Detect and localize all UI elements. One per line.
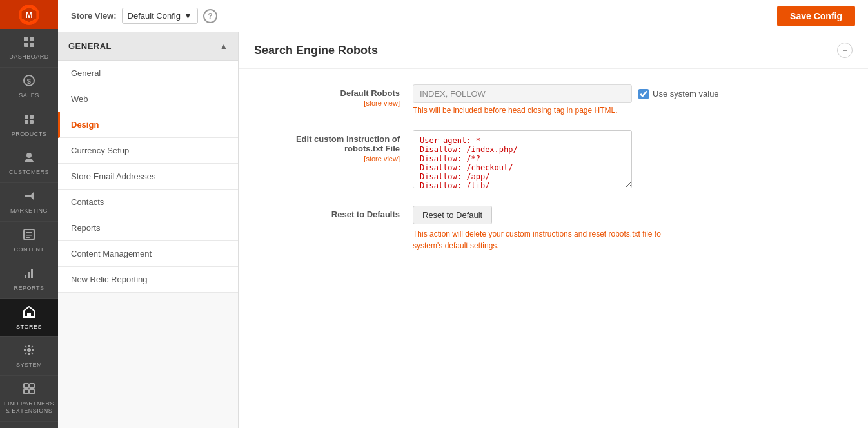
nav-item-reports[interactable]: Reports	[58, 215, 238, 241]
sidebar-item-sales[interactable]: $ SALES	[0, 68, 58, 106]
reset-defaults-row: Reset to Defaults Reset to Default This …	[258, 206, 849, 251]
svg-rect-2	[24, 37, 28, 41]
nav-item-contacts[interactable]: Contacts	[58, 190, 238, 215]
sidebar-find-label: FIND PARTNERS & EXTENSIONS	[3, 400, 55, 414]
svg-rect-23	[30, 384, 34, 388]
custom-instructions-control-col: User-agent: * Disallow: /index.php/ Disa…	[413, 130, 849, 190]
svg-rect-14	[26, 232, 32, 233]
store-view-dropdown-arrow: ▼	[184, 11, 192, 21]
svg-rect-16	[26, 237, 30, 238]
sidebar-products-label: PRODUCTS	[12, 131, 47, 138]
sidebar-item-find[interactable]: FIND PARTNERS & EXTENSIONS	[0, 376, 58, 422]
marketing-icon	[23, 190, 35, 206]
reset-label-col: Reset to Defaults	[258, 206, 413, 219]
sidebar-logo: M	[0, 0, 58, 29]
custom-instructions-textarea[interactable]: User-agent: * Disallow: /index.php/ Disa…	[413, 130, 632, 188]
reset-to-default-button[interactable]: Reset to Default	[413, 206, 492, 224]
save-config-button[interactable]: Save Config	[777, 6, 855, 26]
default-robots-control-col: INDEX, FOLLOWNOINDEX, NOFOLLOWNOINDEX, F…	[413, 84, 849, 115]
sidebar-item-marketing[interactable]: MARKETING	[0, 183, 58, 222]
default-robots-sublabel: [store view]	[258, 99, 400, 107]
svg-rect-5	[30, 43, 34, 47]
custom-instructions-row: Edit custom instruction of robots.txt Fi…	[258, 130, 849, 190]
section-title: Search Engine Robots	[254, 44, 378, 57]
default-robots-select-wrapper: INDEX, FOLLOWNOINDEX, NOFOLLOWNOINDEX, F…	[413, 84, 849, 103]
custom-instructions-label: Edit custom instruction of robots.txt Fi…	[296, 134, 400, 153]
nav-item-currency-setup[interactable]: Currency Setup	[58, 138, 238, 164]
system-value-label: Use system value	[653, 89, 719, 99]
sidebar-item-dashboard[interactable]: DASHBOARD	[0, 29, 58, 68]
custom-instructions-label-col: Edit custom instruction of robots.txt Fi…	[258, 130, 413, 162]
svg-rect-3	[30, 37, 34, 41]
form-area: Default Robots [store view] INDEX, FOLLO…	[239, 69, 868, 282]
products-icon	[23, 113, 35, 129]
sidebar-dashboard-label: DASHBOARD	[9, 54, 49, 61]
reset-hint: This action will delete your custom inst…	[413, 228, 671, 251]
nav-item-store-email[interactable]: Store Email Addresses	[58, 164, 238, 190]
sidebar-item-system[interactable]: SYSTEM	[0, 337, 58, 376]
section-collapse-button[interactable]: −	[837, 43, 853, 58]
store-view-label: Store View:	[71, 11, 117, 21]
svg-rect-8	[25, 115, 28, 119]
sidebar-item-reports[interactable]: REPORTS	[0, 260, 58, 299]
collapse-icon: −	[842, 46, 847, 55]
content-icon	[23, 228, 35, 244]
customers-icon	[23, 151, 35, 167]
sidebar-system-label: SYSTEM	[16, 362, 42, 369]
nav-item-web[interactable]: Web	[58, 86, 238, 112]
default-robots-label-col: Default Robots [store view]	[258, 84, 413, 107]
sidebar-sales-label: SALES	[19, 92, 39, 99]
svg-rect-19	[31, 269, 33, 278]
help-icon[interactable]: ?	[203, 9, 217, 23]
nav-section-general-header[interactable]: GENERAL ▲	[58, 32, 238, 61]
left-nav: GENERAL ▲ General Web Design Currency Se…	[58, 32, 239, 428]
svg-rect-20	[27, 313, 31, 317]
store-view-value: Default Config	[128, 11, 181, 21]
system-icon	[23, 344, 35, 360]
svg-point-12	[26, 153, 32, 158]
store-view-section: Store View: Default Config ▼ ?	[71, 8, 217, 24]
sidebar-reports-label: REPORTS	[14, 285, 44, 292]
svg-text:M: M	[25, 10, 33, 20]
reports-icon	[23, 267, 35, 283]
nav-item-content-management[interactable]: Content Management	[58, 241, 238, 267]
nav-item-general[interactable]: General	[58, 61, 238, 86]
sidebar-customers-label: CUSTOMERS	[9, 169, 49, 176]
svg-rect-4	[24, 43, 28, 47]
sidebar-item-products[interactable]: PRODUCTS	[0, 106, 58, 145]
reset-defaults-label: Reset to Defaults	[331, 209, 400, 219]
sidebar-item-content[interactable]: CONTENT	[0, 222, 58, 260]
custom-instructions-sublabel: [store view]	[258, 155, 400, 162]
magento-logo-icon: M	[19, 5, 39, 25]
nav-item-design[interactable]: Design	[58, 112, 238, 138]
svg-rect-10	[25, 120, 28, 124]
svg-rect-24	[24, 389, 28, 394]
svg-rect-17	[25, 275, 26, 278]
svg-text:$: $	[27, 77, 32, 85]
svg-rect-18	[28, 272, 30, 278]
system-value-checkbox[interactable]	[638, 89, 649, 99]
nav-section-title: GENERAL	[68, 41, 112, 51]
default-robots-row: Default Robots [store view] INDEX, FOLLO…	[258, 84, 849, 115]
right-panel: Search Engine Robots − Default Robots [s…	[239, 32, 868, 428]
section-header: Search Engine Robots −	[239, 32, 868, 69]
nav-section-chevron-icon: ▲	[220, 42, 228, 51]
svg-rect-25	[30, 389, 34, 394]
sidebar-stores-label: STORES	[16, 324, 42, 331]
system-value-check[interactable]: Use system value	[638, 89, 719, 99]
svg-rect-15	[26, 235, 32, 236]
sidebar: M DASHBOARD $ SALES PRODUCTS CUSTOMERS M…	[0, 0, 58, 428]
store-view-select[interactable]: Default Config ▼	[122, 8, 198, 24]
default-robots-hint: This will be included before head closin…	[413, 106, 849, 115]
dashboard-icon	[23, 35, 35, 52]
main-area: Store View: Default Config ▼ ? Save Conf…	[58, 0, 868, 428]
svg-point-21	[27, 348, 31, 352]
find-icon	[23, 382, 35, 398]
sidebar-item-stores[interactable]: STORES	[0, 299, 58, 338]
nav-item-new-relic[interactable]: New Relic Reporting	[58, 267, 238, 293]
default-robots-select[interactable]: INDEX, FOLLOWNOINDEX, NOFOLLOWNOINDEX, F…	[413, 84, 632, 103]
sidebar-item-customers[interactable]: CUSTOMERS	[0, 144, 58, 183]
sidebar-content-label: CONTENT	[14, 246, 44, 253]
svg-rect-9	[30, 115, 34, 119]
sales-icon: $	[23, 74, 35, 90]
